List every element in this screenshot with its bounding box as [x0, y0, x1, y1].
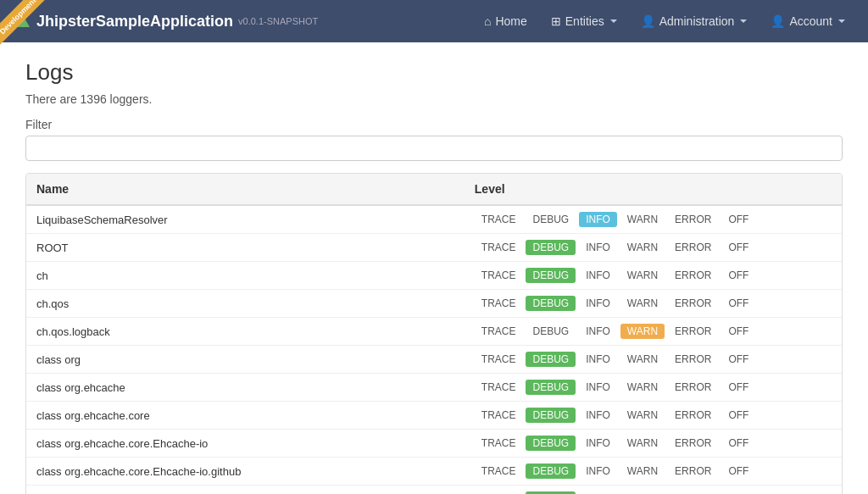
- level-btn-trace[interactable]: TRACE: [475, 296, 523, 311]
- level-btn-off[interactable]: OFF: [721, 324, 755, 339]
- main-content: Logs There are 1396 loggers. Filter Name…: [0, 42, 868, 494]
- level-btn-warn[interactable]: WARN: [620, 436, 665, 451]
- logger-name: ch.qos: [26, 290, 465, 318]
- level-btn-off[interactable]: OFF: [721, 463, 755, 479]
- administration-caret-icon: [740, 19, 747, 23]
- entities-caret-icon: [610, 19, 617, 23]
- table-row: ROOTTRACEDEBUGINFOWARNERROROFF: [26, 234, 842, 262]
- level-btn-info[interactable]: INFO: [579, 296, 617, 311]
- level-btn-error[interactable]: ERROR: [668, 212, 718, 227]
- level-btn-warn[interactable]: WARN: [620, 380, 665, 395]
- nav-menu: ⌂ Home ⊞ Entities 👤 Administration 👤 Acc…: [474, 8, 855, 35]
- level-btn-trace[interactable]: TRACE: [475, 212, 523, 227]
- level-btn-debug[interactable]: DEBUG: [526, 212, 576, 227]
- level-btn-debug[interactable]: DEBUG: [526, 436, 576, 451]
- brand-link[interactable]: JhipsterSampleApplication v0.0.1-SNAPSHO…: [13, 12, 318, 31]
- level-btn-off[interactable]: OFF: [721, 212, 755, 227]
- app-version: v0.0.1-SNAPSHOT: [238, 16, 318, 26]
- level-btn-info[interactable]: INFO: [579, 268, 617, 283]
- level-btn-off[interactable]: OFF: [721, 380, 755, 395]
- level-btn-error[interactable]: ERROR: [668, 268, 718, 283]
- level-btn-debug[interactable]: DEBUG: [526, 408, 576, 423]
- level-btn-trace[interactable]: TRACE: [475, 380, 523, 395]
- level-btn-off[interactable]: OFF: [721, 240, 755, 255]
- level-btn-error[interactable]: ERROR: [668, 324, 718, 339]
- level-btn-off[interactable]: OFF: [721, 408, 755, 423]
- level-btn-debug[interactable]: DEBUG: [526, 352, 576, 367]
- level-btn-debug[interactable]: DEBUG: [526, 268, 576, 283]
- logger-level-cell: TRACEDEBUGINFOWARNERROROFF: [465, 262, 842, 290]
- home-link[interactable]: ⌂ Home: [474, 8, 537, 35]
- logger-name: ROOT: [26, 234, 465, 262]
- account-label: Account: [789, 14, 832, 28]
- level-btn-error[interactable]: ERROR: [668, 240, 718, 255]
- table-row: ch.qosTRACEDEBUGINFOWARNERROROFF: [26, 290, 842, 318]
- level-btn-trace[interactable]: TRACE: [475, 324, 523, 339]
- level-btn-error[interactable]: ERROR: [668, 436, 718, 451]
- level-btn-trace[interactable]: TRACE: [475, 436, 523, 451]
- level-btn-info[interactable]: INFO: [579, 408, 617, 423]
- level-btn-error[interactable]: ERROR: [668, 408, 718, 423]
- level-btn-debug[interactable]: DEBUG: [526, 240, 576, 255]
- level-btn-trace[interactable]: TRACE: [475, 463, 523, 479]
- table-row: class orgTRACEDEBUGINFOWARNERROROFF: [26, 346, 842, 374]
- col-name-header: Name: [26, 174, 465, 205]
- level-btn-warn[interactable]: WARN: [620, 296, 665, 311]
- level-btn-info[interactable]: INFO: [579, 380, 617, 395]
- level-btn-warn[interactable]: WARN: [620, 352, 665, 367]
- level-buttons: TRACEDEBUGINFOWARNERROROFF: [475, 268, 832, 283]
- level-btn-debug[interactable]: DEBUG: [526, 380, 576, 395]
- level-btn-error[interactable]: ERROR: [668, 296, 718, 311]
- logger-name: class org.ehcache.core.Ehcache-io.github: [26, 458, 465, 486]
- administration-icon: 👤: [641, 14, 655, 28]
- brand-name: JhipsterSampleApplication: [36, 13, 233, 31]
- level-buttons: TRACEDEBUGINFOWARNERROROFF: [475, 212, 832, 227]
- level-btn-off[interactable]: OFF: [721, 268, 755, 283]
- level-btn-trace[interactable]: TRACE: [475, 408, 523, 423]
- level-btn-debug[interactable]: DEBUG: [526, 463, 576, 479]
- level-btn-off[interactable]: OFF: [721, 352, 755, 367]
- level-btn-off[interactable]: OFF: [721, 436, 755, 451]
- level-btn-warn[interactable]: WARN: [620, 463, 665, 479]
- page-title: Logs: [25, 59, 843, 86]
- loggers-table: Name Level LiquibaseSchemaResolverTRACED…: [26, 174, 842, 494]
- level-buttons: TRACEDEBUGINFOWARNERROROFF: [475, 380, 832, 395]
- entities-link[interactable]: ⊞ Entities: [541, 8, 627, 35]
- level-btn-trace[interactable]: TRACE: [475, 352, 523, 367]
- filter-label: Filter: [25, 118, 843, 131]
- level-btn-trace[interactable]: TRACE: [475, 240, 523, 255]
- table-header-row: Name Level: [26, 174, 842, 205]
- level-btn-warn[interactable]: WARN: [620, 212, 665, 227]
- logger-level-cell: TRACEDEBUGINFOWARNERROROFF: [465, 318, 842, 346]
- level-btn-info[interactable]: INFO: [579, 324, 617, 339]
- level-btn-info[interactable]: INFO: [579, 212, 617, 227]
- level-btn-error[interactable]: ERROR: [668, 463, 718, 479]
- logger-name: class org.ehcache: [26, 374, 465, 402]
- level-btn-warn[interactable]: WARN: [620, 324, 665, 339]
- nav-item-entities: ⊞ Entities: [541, 8, 627, 35]
- logger-level-cell: TRACEDEBUGINFOWARNERROROFF: [465, 346, 842, 374]
- subtitle: There are 1396 loggers.: [25, 92, 843, 106]
- level-btn-info[interactable]: INFO: [579, 436, 617, 451]
- logger-level-cell: TRACEDEBUGINFOWARNERROROFF: [465, 458, 842, 486]
- level-buttons: TRACEDEBUGINFOWARNERROROFF: [475, 436, 832, 451]
- filter-input[interactable]: [25, 136, 843, 161]
- level-btn-warn[interactable]: WARN: [620, 408, 665, 423]
- level-btn-debug[interactable]: DEBUG: [526, 324, 576, 339]
- level-btn-info[interactable]: INFO: [579, 352, 617, 367]
- table-row: class org.ehcacheTRACEDEBUGINFOWARNERROR…: [26, 374, 842, 402]
- level-btn-info[interactable]: INFO: [579, 240, 617, 255]
- level-btn-info[interactable]: INFO: [579, 463, 617, 479]
- level-btn-debug[interactable]: DEBUG: [526, 296, 576, 311]
- level-btn-error[interactable]: ERROR: [668, 352, 718, 367]
- level-btn-warn[interactable]: WARN: [620, 240, 665, 255]
- account-link[interactable]: 👤 Account: [760, 8, 855, 35]
- level-btn-off[interactable]: OFF: [721, 296, 755, 311]
- administration-link[interactable]: 👤 Administration: [631, 8, 758, 35]
- logger-level-cell: TRACEDEBUGINFOWARNERROROFF: [465, 374, 842, 402]
- logger-name: LiquibaseSchemaResolver: [26, 205, 465, 234]
- level-btn-warn[interactable]: WARN: [620, 268, 665, 283]
- level-btn-error[interactable]: ERROR: [668, 380, 718, 395]
- level-btn-trace[interactable]: TRACE: [475, 268, 523, 283]
- level-buttons: TRACEDEBUGINFOWARNERROROFF: [475, 324, 832, 339]
